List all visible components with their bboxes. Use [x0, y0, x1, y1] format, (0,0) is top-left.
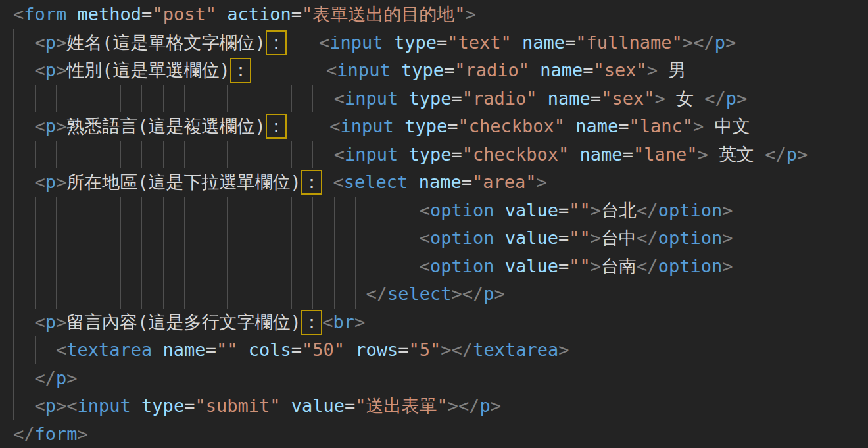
token-pu: </ [452, 336, 473, 364]
code-line[interactable]: </form> [13, 420, 868, 448]
token-eq: = [591, 85, 601, 113]
token-pu: > [78, 420, 88, 448]
token-pu: > [683, 29, 693, 57]
unicode-highlight-box: ： [230, 58, 252, 83]
token-tag: p [483, 280, 494, 309]
token-pu: > [725, 29, 736, 57]
whitespace-gap [287, 29, 319, 57]
token-pu: > [66, 364, 77, 393]
token-pu: > [693, 112, 704, 141]
token-pu: < [35, 168, 45, 197]
token-attr: value [505, 197, 558, 225]
token-attr: method [78, 1, 142, 29]
token-eq: = [558, 253, 569, 281]
token-attr: type [141, 392, 184, 420]
token-attr: type [401, 57, 444, 85]
code-line[interactable]: <p><input type="submit" value="送出表單"></p… [13, 392, 868, 420]
token-tag: option [430, 197, 494, 225]
token-pu: > [494, 280, 505, 309]
token-pu: < [35, 392, 45, 420]
token-pu: < [56, 336, 66, 364]
token-str: "text" [447, 29, 512, 57]
token-pu: < [420, 197, 430, 225]
token-eq: = [558, 224, 569, 253]
token-str: "表單送出的目的地" [302, 1, 466, 29]
token-tag: p [726, 85, 736, 113]
token-pu: > [466, 1, 476, 29]
token-tag: input [337, 57, 390, 85]
token-attr: value [291, 392, 345, 420]
token-pu: > [797, 141, 808, 169]
token-str: "送出表單" [355, 392, 448, 420]
token-pu: </ [637, 197, 658, 225]
token-str: "fullname" [575, 29, 683, 57]
token-str: "lane" [633, 141, 698, 169]
code-line[interactable]: <textarea name="" cols="50" rows="5"></t… [13, 336, 868, 364]
token-str: "radio" [454, 57, 529, 85]
token-attr: name [575, 112, 618, 141]
token-txt [345, 336, 355, 364]
token-tag: textarea [473, 336, 558, 364]
token-eq: = [447, 112, 458, 141]
token-eq: = [437, 29, 447, 57]
token-attr: rows [355, 336, 398, 364]
token-pu: </ [462, 280, 484, 309]
token-pu: < [322, 309, 333, 337]
token-pu: > [591, 224, 601, 253]
token-txt [494, 197, 505, 225]
code-line[interactable]: <input type="checkbox" name="lane"> 英文 <… [13, 141, 868, 169]
token-pu: </ [366, 280, 387, 309]
token-eq: = [398, 336, 408, 364]
token-eq: = [558, 197, 569, 225]
token-attr: value [505, 224, 558, 253]
token-txt: 性別(這是單選欄位) [66, 57, 230, 85]
token-eq: = [444, 57, 454, 85]
token-txt [569, 141, 579, 169]
token-tag: p [786, 141, 797, 169]
token-eq: = [184, 392, 195, 420]
token-pu: > [558, 336, 569, 364]
code-line[interactable]: <option value="">台南</option> [13, 253, 868, 281]
token-tag: option [658, 224, 723, 253]
unicode-highlight-box: ： [266, 30, 287, 55]
indent-guides [13, 85, 334, 113]
token-txt [398, 85, 408, 113]
code-line[interactable]: <option value="">台北</option> [13, 197, 868, 225]
token-tag: p [45, 309, 56, 337]
token-tag: p [715, 29, 725, 57]
code-line[interactable]: </select></p> [13, 280, 868, 309]
token-txt [512, 29, 522, 57]
token-attr: cols [249, 336, 291, 364]
code-line[interactable]: <p>熟悉語言(這是複選欄位)：<input type="checkbox" n… [13, 112, 868, 141]
token-pu: </ [637, 253, 658, 281]
code-line[interactable]: <p>姓名(這是單格文字欄位)：<input type="text" name=… [13, 29, 868, 57]
token-pu: < [333, 168, 344, 197]
token-eq: = [452, 85, 462, 113]
token-tag: p [45, 112, 56, 141]
token-str: "50" [302, 336, 345, 364]
token-pu: > [441, 336, 451, 364]
token-txt [494, 253, 505, 281]
token-attr: type [404, 112, 447, 141]
token-pu: < [420, 253, 430, 281]
code-line[interactable]: <p>留言內容(這是多行文字欄位)：<br> [13, 309, 868, 337]
token-pu: > [56, 168, 66, 197]
token-txt [408, 168, 418, 197]
token-pu: > [56, 29, 66, 57]
token-pu: < [35, 112, 45, 141]
token-pu: > [591, 253, 601, 281]
token-str: "checkbox" [458, 112, 565, 141]
token-txt: 男 [658, 57, 686, 85]
code-line[interactable]: <option value="">台中</option> [13, 224, 868, 253]
code-line[interactable]: </p> [13, 364, 868, 393]
code-line[interactable]: <input type="radio" name="sex"> 女 </p> [13, 85, 868, 113]
token-attr: name [419, 168, 462, 197]
code-line[interactable]: <p>所在地區(這是下拉選單欄位)：<select name="area"> [13, 168, 868, 197]
token-txt: 台中 [601, 224, 637, 253]
token-pu: </ [704, 85, 726, 113]
code-line[interactable]: <form method="post" action="表單送出的目的地"> [13, 1, 868, 29]
indent-guides [13, 168, 35, 197]
token-pu: > [697, 141, 708, 169]
token-txt: 台南 [601, 253, 637, 281]
code-line[interactable]: <p>性別(這是單選欄位)：<input type="radio" name="… [13, 57, 868, 85]
